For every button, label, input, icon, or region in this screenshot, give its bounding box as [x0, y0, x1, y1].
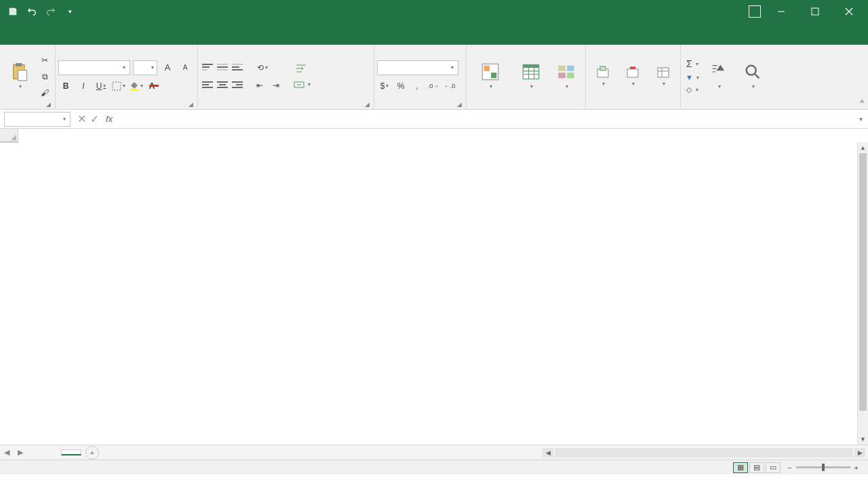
decrease-indent-button[interactable]: ⇤: [252, 79, 267, 92]
name-box[interactable]: ▾: [4, 112, 71, 127]
find-select-button[interactable]: ▾: [736, 61, 769, 92]
number-format-combo[interactable]: ▾: [377, 60, 458, 75]
svg-rect-10: [491, 73, 496, 78]
title-bar: ▾: [0, 0, 868, 23]
fx-icon[interactable]: fx: [106, 114, 117, 124]
cancel-formula-button[interactable]: ✕: [77, 113, 86, 125]
horizontal-scrollbar[interactable]: ◀▶: [99, 448, 868, 458]
page-break-view-button[interactable]: ▭: [766, 462, 781, 473]
user-badge[interactable]: [749, 5, 761, 18]
zoom-in-button[interactable]: +: [854, 464, 859, 472]
svg-rect-12: [523, 65, 538, 68]
grow-font-button[interactable]: A: [160, 61, 175, 75]
save-button[interactable]: [4, 3, 22, 20]
format-painter-button[interactable]: 🖌: [37, 86, 52, 100]
font-color-button[interactable]: A▾: [146, 79, 161, 93]
conditional-formatting-button[interactable]: ▾: [469, 61, 511, 92]
svg-rect-13: [558, 66, 566, 71]
font-size-combo[interactable]: ▾: [133, 60, 157, 75]
quick-access-toolbar: ▾: [0, 3, 83, 20]
ribbon: ▾ ✂ ⧉ 🖌 ◢ ▾ ▾ A A B I U▾: [0, 45, 868, 110]
vertical-scrollbar[interactable]: ▲ ▼: [857, 142, 868, 445]
cut-button[interactable]: ✂: [37, 54, 52, 67]
minimize-button[interactable]: [768, 0, 795, 23]
svg-rect-3: [18, 70, 26, 81]
svg-rect-20: [658, 68, 669, 77]
comma-format-button[interactable]: ,: [410, 79, 425, 93]
zoom-out-button[interactable]: −: [787, 464, 791, 472]
insert-cells-button[interactable]: ▾: [589, 64, 617, 89]
accounting-format-button[interactable]: $▾: [377, 79, 392, 93]
redo-button[interactable]: [42, 3, 60, 20]
ribbon-tabs: [0, 23, 868, 45]
fill-color-button[interactable]: ▾: [129, 79, 144, 93]
svg-rect-0: [812, 8, 818, 15]
cell-styles-button[interactable]: ▾: [551, 61, 582, 92]
zoom-slider[interactable]: [796, 466, 850, 468]
tab-nav-next[interactable]: ▶: [18, 448, 23, 457]
formula-bar: ▾ ✕ ✓ fx ▾: [0, 110, 868, 129]
paste-button[interactable]: ▾: [3, 61, 36, 92]
increase-indent-button[interactable]: ⇥: [269, 79, 283, 92]
page-layout-view-button[interactable]: ▤: [749, 462, 764, 473]
increase-decimal-button[interactable]: .0→: [426, 79, 441, 93]
tab-nav-prev[interactable]: ◀: [4, 448, 9, 457]
sheet-tab-bar: ◀▶ + ◀▶: [0, 445, 868, 460]
normal-view-button[interactable]: ▦: [733, 462, 748, 473]
dialog-launcher-icon[interactable]: ◢: [189, 101, 193, 108]
select-all-button[interactable]: [0, 129, 18, 142]
svg-rect-19: [627, 69, 638, 77]
orientation-button[interactable]: ⟲▾: [255, 61, 270, 75]
svg-rect-5: [130, 89, 138, 91]
undo-button[interactable]: [23, 3, 41, 20]
svg-rect-14: [567, 66, 574, 71]
percent-format-button[interactable]: %: [393, 79, 408, 93]
close-button[interactable]: [835, 0, 863, 23]
italic-button[interactable]: I: [76, 79, 91, 93]
svg-rect-18: [600, 66, 606, 70]
format-as-table-button[interactable]: ▾: [513, 61, 549, 92]
borders-button[interactable]: ▾: [111, 79, 126, 93]
qat-customize-button[interactable]: ▾: [61, 3, 79, 20]
dialog-launcher-icon[interactable]: ◢: [457, 101, 462, 108]
svg-rect-4: [113, 82, 121, 90]
status-bar: ▦ ▤ ▭ − +: [0, 460, 868, 474]
svg-rect-6: [149, 85, 159, 87]
merge-center-button[interactable]: ▾: [292, 79, 313, 91]
bold-button[interactable]: B: [58, 79, 73, 93]
sort-filter-button[interactable]: ▾: [703, 61, 735, 92]
underline-button[interactable]: U▾: [94, 79, 108, 93]
svg-rect-9: [484, 66, 490, 71]
collapse-ribbon-button[interactable]: ^: [860, 98, 864, 108]
shrink-font-button[interactable]: A: [178, 61, 193, 75]
maximize-button[interactable]: [802, 0, 829, 23]
align-top-button[interactable]: [201, 61, 214, 73]
new-sheet-button[interactable]: +: [85, 446, 99, 460]
fill-button[interactable]: ▼ ▾: [684, 72, 701, 83]
decrease-decimal-button[interactable]: ←.0: [442, 79, 457, 93]
clear-button[interactable]: ◇ ▾: [684, 84, 701, 96]
format-cells-button[interactable]: ▾: [649, 64, 677, 89]
dialog-launcher-icon[interactable]: ◢: [365, 101, 370, 108]
enter-formula-button[interactable]: ✓: [90, 113, 99, 125]
copy-button[interactable]: ⧉: [37, 70, 52, 83]
sheet-tab-recurring[interactable]: [61, 449, 81, 455]
align-middle-button[interactable]: [216, 61, 229, 73]
align-bottom-button[interactable]: [231, 61, 244, 73]
delete-cells-button[interactable]: ▾: [618, 64, 647, 89]
expand-formula-bar-button[interactable]: ▾: [854, 115, 868, 123]
font-name-combo[interactable]: ▾: [58, 60, 130, 75]
svg-rect-15: [558, 73, 566, 78]
svg-rect-2: [16, 63, 22, 66]
svg-point-21: [747, 66, 756, 75]
svg-rect-16: [567, 73, 574, 78]
align-left-button[interactable]: [201, 79, 214, 91]
align-center-button[interactable]: [216, 79, 229, 91]
dialog-launcher-icon[interactable]: ◢: [46, 101, 51, 108]
spreadsheet-grid[interactable]: ▲ ▼: [0, 129, 868, 445]
align-right-button[interactable]: [231, 79, 244, 91]
wrap-text-button[interactable]: [292, 62, 313, 75]
autosum-button[interactable]: Σ ▾: [684, 57, 701, 70]
